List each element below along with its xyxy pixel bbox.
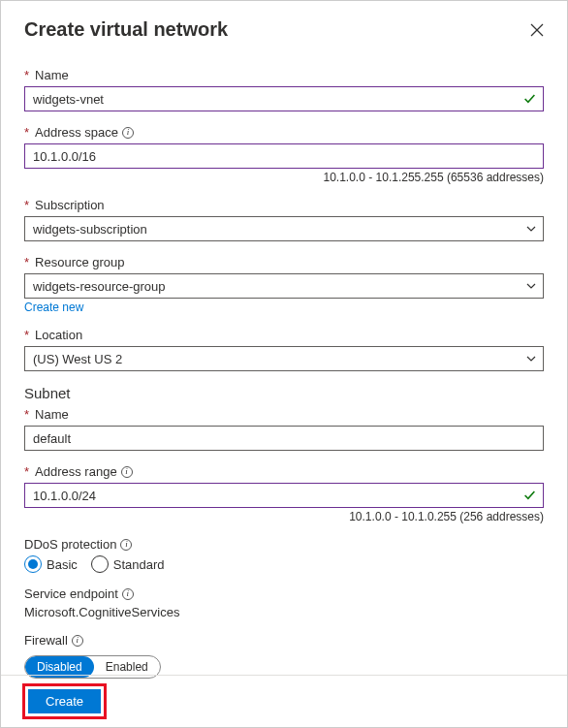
create-button[interactable]: Create <box>28 689 101 713</box>
subnet-address-range-input[interactable] <box>24 483 544 508</box>
field-resource-group: *Resource group Create new <box>24 255 544 314</box>
name-input[interactable] <box>24 86 544 111</box>
subnet-name-label: *Name <box>24 407 544 422</box>
field-name: *Name <box>24 68 544 111</box>
subnet-address-range-label: *Address range i <box>24 464 544 479</box>
field-address-space: *Address space i 10.1.0.0 - 10.1.255.255… <box>24 125 544 184</box>
panel-title: Create virtual network <box>24 18 228 41</box>
close-icon[interactable] <box>530 23 544 37</box>
footer: Create <box>1 675 567 727</box>
resource-group-select[interactable] <box>24 273 544 299</box>
resource-group-label: *Resource group <box>24 255 544 269</box>
create-new-link[interactable]: Create new <box>24 301 83 314</box>
service-endpoint-value: Microsoft.CognitiveServices <box>24 605 544 619</box>
ddos-standard-radio[interactable]: Standard <box>91 555 165 573</box>
field-service-endpoint: Service endpoint i Microsoft.CognitiveSe… <box>24 586 544 619</box>
location-select[interactable] <box>24 346 544 371</box>
field-subscription: *Subscription <box>24 198 544 241</box>
info-icon[interactable]: i <box>122 127 134 139</box>
subscription-label: *Subscription <box>24 198 544 212</box>
field-location: *Location <box>24 328 544 371</box>
address-space-input[interactable] <box>24 143 544 169</box>
info-icon[interactable]: i <box>120 539 132 551</box>
field-subnet-address-range: *Address range i 10.1.0.0 - 10.1.0.255 (… <box>24 464 544 523</box>
service-endpoint-label: Service endpoint i <box>24 586 544 601</box>
address-space-label: *Address space i <box>24 125 544 140</box>
subscription-select[interactable] <box>24 216 544 241</box>
info-icon[interactable]: i <box>121 466 133 478</box>
subnet-address-range-hint: 10.1.0.0 - 10.1.0.255 (256 addresses) <box>24 510 544 523</box>
field-firewall: Firewall i Disabled Enabled <box>24 633 544 679</box>
ddos-label: DDoS protection i <box>24 537 544 552</box>
name-label: *Name <box>24 68 544 82</box>
create-button-highlight: Create <box>22 683 107 719</box>
ddos-basic-radio[interactable]: Basic <box>24 555 78 573</box>
field-ddos: DDoS protection i Basic Standard <box>24 537 544 573</box>
firewall-label: Firewall i <box>24 633 544 648</box>
subnet-name-input[interactable] <box>24 426 544 451</box>
panel-header: Create virtual network <box>24 18 544 41</box>
location-label: *Location <box>24 328 544 342</box>
address-space-hint: 10.1.0.0 - 10.1.255.255 (65536 addresses… <box>24 171 544 184</box>
info-icon[interactable]: i <box>122 588 134 600</box>
field-subnet-name: *Name <box>24 407 544 451</box>
info-icon[interactable]: i <box>72 635 83 647</box>
subnet-heading: Subnet <box>24 385 544 401</box>
